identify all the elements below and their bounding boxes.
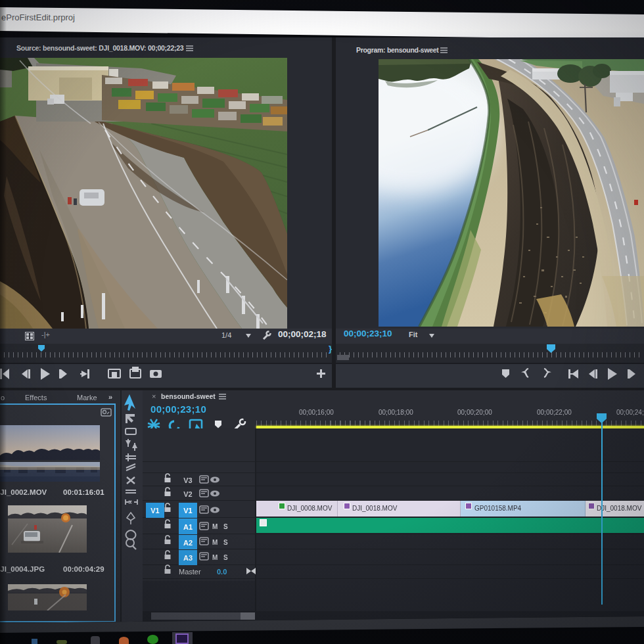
svg-text:M: M [212, 554, 218, 561]
svg-text:A3: A3 [183, 554, 193, 562]
svg-text:V1: V1 [150, 507, 159, 515]
svg-text:V2: V2 [183, 490, 192, 498]
svg-text:S: S [223, 523, 228, 530]
svg-text:0.0: 0.0 [217, 568, 227, 576]
svg-text:A2: A2 [183, 539, 193, 547]
svg-text:S: S [223, 554, 228, 561]
svg-text:A1: A1 [183, 523, 193, 531]
svg-text:V3: V3 [183, 476, 192, 484]
svg-text:S: S [223, 539, 228, 546]
svg-text:M: M [212, 539, 218, 546]
svg-text:V1: V1 [183, 507, 192, 515]
svg-text:Master: Master [179, 568, 201, 576]
svg-text:M: M [212, 523, 218, 530]
